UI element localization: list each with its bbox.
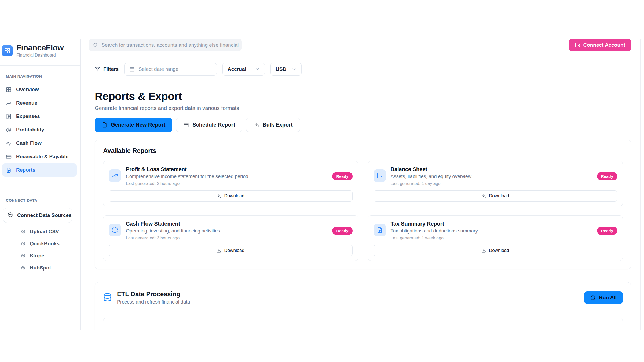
sidebar-item-revenue[interactable]: Revenue: [0, 96, 80, 110]
available-reports-panel: Available Reports Profit & Loss Statemen…: [95, 140, 631, 269]
sidebar-item-label: Reports: [16, 167, 35, 173]
trending-up-icon: [109, 169, 121, 182]
download-button[interactable]: Download: [374, 190, 617, 202]
page-title: Reports & Export: [95, 90, 631, 103]
report-description: Comprehensive income statement for the s…: [126, 174, 327, 179]
connect-data-sublist: Upload CSVQuickBooksStripeHubSpot: [10, 226, 80, 274]
sidebar-item-profitability[interactable]: Profitability: [0, 123, 80, 136]
report-description: Assets, liabilities, and equity overview: [391, 174, 592, 179]
search-input[interactable]: [101, 42, 240, 48]
sidebar-item-label: Expenses: [16, 113, 40, 119]
report-card-text: Profit & Loss StatementComprehensive inc…: [126, 166, 327, 186]
calendar-icon: [129, 67, 135, 72]
report-description: Tax obligations and deductions summary: [391, 228, 592, 234]
report-card-top: Profit & Loss StatementComprehensive inc…: [109, 166, 353, 186]
sidebar-item-label: Receivable & Payable: [16, 154, 68, 160]
report-card-top: Cash Flow StatementOperating, investing,…: [109, 221, 353, 241]
sidebar: FinanceFlow Financial Dashboard MAIN NAV…: [0, 39, 81, 330]
connect-data-sources-button[interactable]: Connect Data Sources: [3, 208, 72, 223]
pie-chart-icon: [109, 224, 121, 236]
app-window: FinanceFlow Financial Dashboard MAIN NAV…: [0, 39, 644, 330]
sidebar-subitem-quickbooks[interactable]: QuickBooks: [21, 238, 80, 250]
sidebar-item-receivable-payable[interactable]: Receivable & Payable: [0, 150, 80, 163]
status-badge: Ready: [597, 172, 617, 180]
top-header: Connect Account: [81, 39, 644, 51]
sidebar-subitem-label: QuickBooks: [30, 241, 60, 247]
file-text-icon: [374, 224, 386, 236]
bulk-export-button[interactable]: Bulk Export: [246, 118, 300, 132]
wallet-icon: [575, 42, 580, 48]
report-last-generated: Last generated: 1 week ago: [391, 236, 592, 241]
run-all-label: Run All: [599, 295, 617, 301]
download-label: Download: [489, 248, 509, 253]
etl-title: ETL Data Processing: [117, 290, 190, 298]
report-card-top: Tax Summary ReportTax obligations and de…: [374, 221, 617, 241]
chevron-down-icon: [292, 67, 297, 72]
cube-icon: [21, 266, 25, 270]
main-navigation: OverviewRevenueExpensesProfitabilityCash…: [0, 83, 80, 177]
credit-card-icon: [6, 154, 12, 160]
filters-label: Filters: [95, 66, 119, 72]
date-range-placeholder: Select date range: [138, 66, 178, 72]
trending-up-icon: [6, 100, 12, 106]
sidebar-item-cash-flow[interactable]: Cash Flow: [0, 136, 80, 150]
dollar-circle-icon: [6, 127, 12, 133]
file-text-icon: [376, 227, 383, 233]
report-card-text: Balance SheetAssets, liabilities, and eq…: [391, 166, 592, 186]
page-actions: Generate New ReportSchedule ReportBulk E…: [95, 118, 631, 132]
file-text-icon: [6, 167, 12, 173]
sidebar-subitem-stripe[interactable]: Stripe: [21, 250, 80, 262]
scrollbar[interactable]: [640, 39, 641, 330]
receipt-icon: [6, 114, 12, 119]
sidebar-subitem-label: HubSpot: [30, 265, 51, 271]
connect-data-sources-label: Connect Data Sources: [17, 212, 72, 218]
cube-icon: [21, 230, 25, 234]
filters-row: Filters Select date range Accrual USD: [95, 63, 631, 76]
accounting-method-select[interactable]: Accrual: [222, 63, 265, 76]
date-range-input[interactable]: Select date range: [124, 63, 217, 76]
report-card-text: Tax Summary ReportTax obligations and de…: [391, 221, 592, 241]
schedule-report-button[interactable]: Schedule Report: [176, 118, 242, 132]
download-button[interactable]: Download: [109, 245, 353, 256]
app-logo: [2, 45, 13, 56]
report-title: Profit & Loss Statement: [126, 166, 327, 172]
sidebar-subitem-hubspot[interactable]: HubSpot: [21, 262, 80, 274]
sidebar-subitem-upload-csv[interactable]: Upload CSV: [21, 226, 80, 238]
report-last-generated: Last generated: 3 hours ago: [126, 236, 327, 241]
sidebar-item-label: Revenue: [16, 100, 37, 106]
connect-data-heading: CONNECT DATA: [6, 198, 80, 202]
run-all-button[interactable]: Run All: [584, 291, 623, 304]
connect-account-button[interactable]: Connect Account: [569, 39, 631, 51]
bar-chart-icon: [376, 172, 383, 179]
report-title: Balance Sheet: [391, 166, 592, 172]
pie-chart-icon: [112, 227, 118, 233]
sidebar-item-overview[interactable]: Overview: [0, 83, 80, 96]
calendar-icon: [183, 122, 189, 128]
sidebar-item-reports[interactable]: Reports: [2, 163, 77, 177]
sidebar-item-expenses[interactable]: Expenses: [0, 110, 80, 123]
report-last-generated: Last generated: 1 day ago: [391, 181, 592, 186]
main-area: Connect Account Filters Select date rang…: [81, 39, 644, 330]
report-card-profit-loss-statement: Profit & Loss StatementComprehensive inc…: [103, 161, 358, 206]
connect-account-label: Connect Account: [583, 42, 625, 48]
brand-name: FinanceFlow: [16, 43, 64, 52]
sidebar-subitem-label: Upload CSV: [30, 229, 59, 235]
trending-up-icon: [112, 172, 118, 179]
download-button[interactable]: Download: [374, 245, 617, 256]
currency-select[interactable]: USD: [270, 63, 302, 76]
available-reports-title: Available Reports: [103, 147, 623, 154]
sidebar-item-label: Profitability: [16, 127, 44, 133]
refresh-icon: [590, 295, 595, 300]
report-title: Cash Flow Statement: [126, 221, 327, 227]
etl-panel: ETL Data Processing Process and refresh …: [95, 282, 631, 330]
etl-header: ETL Data Processing Process and refresh …: [103, 290, 623, 305]
brand-subtitle: Financial Dashboard: [16, 53, 64, 58]
download-button[interactable]: Download: [109, 190, 353, 202]
status-badge: Ready: [332, 227, 352, 235]
file-text-icon: [102, 122, 107, 128]
report-card-tax-summary-report: Tax Summary ReportTax obligations and de…: [368, 215, 623, 261]
search-box[interactable]: [89, 39, 242, 51]
generate-new-report-button[interactable]: Generate New Report: [95, 118, 172, 132]
download-icon: [253, 122, 259, 128]
database-icon: [103, 293, 112, 302]
